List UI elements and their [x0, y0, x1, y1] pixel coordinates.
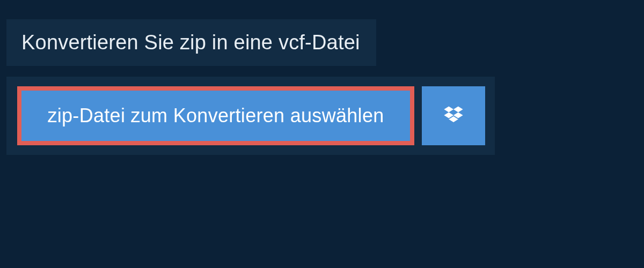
- dropbox-button[interactable]: [422, 86, 485, 145]
- page-title: Konvertieren Sie zip in eine vcf-Datei: [21, 31, 360, 54]
- select-file-button[interactable]: zip-Datei zum Konvertieren auswählen: [17, 86, 414, 145]
- select-file-label: zip-Datei zum Konvertieren auswählen: [47, 105, 384, 127]
- dropbox-icon: [442, 104, 465, 128]
- upload-panel: zip-Datei zum Konvertieren auswählen: [6, 77, 495, 155]
- header-bar: Konvertieren Sie zip in eine vcf-Datei: [6, 19, 376, 66]
